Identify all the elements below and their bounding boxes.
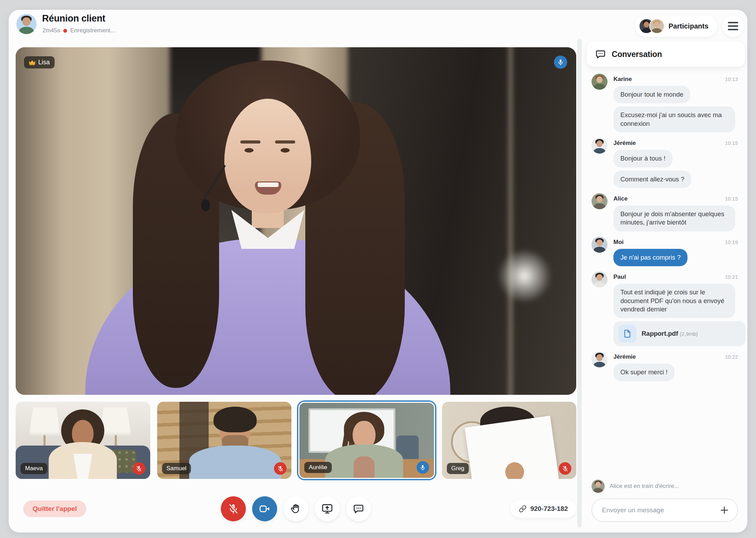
chat-message: Paul10:21 Tout est indiqué je crois sur … bbox=[592, 271, 738, 346]
call-controls: Quitter l'appel bbox=[16, 496, 576, 523]
participants-button[interactable]: Participants bbox=[635, 15, 717, 37]
chat-message: Jérémie10:22 Ok super merci ! bbox=[592, 351, 738, 381]
message-composer bbox=[592, 498, 738, 522]
chat-header: Conversation bbox=[587, 42, 745, 67]
microphone-on-icon bbox=[417, 461, 429, 474]
attachment-size: (2,9mb) bbox=[680, 331, 698, 337]
share-screen-icon bbox=[321, 503, 333, 515]
message-input[interactable] bbox=[601, 506, 718, 514]
video-tile-aurelie-selected[interactable]: Aurélie bbox=[298, 402, 435, 479]
speaker-name: Lisa bbox=[38, 59, 50, 66]
camera-icon bbox=[259, 503, 271, 515]
message-bubble: Bonjour je dois m'absenter quelques minu… bbox=[613, 205, 735, 231]
message-bubble: Tout est indiqué je crois sur le documen… bbox=[613, 284, 735, 318]
meeting-duration: 2m45s bbox=[42, 27, 60, 34]
meeting-host-avatar bbox=[16, 14, 37, 34]
raise-hand-button[interactable] bbox=[283, 496, 308, 521]
message-time: 10:13 bbox=[725, 76, 738, 82]
avatar bbox=[592, 271, 608, 287]
message-author: Jérémie bbox=[613, 353, 636, 360]
chat-bubble-icon bbox=[353, 503, 364, 515]
microphone-muted-icon bbox=[559, 462, 571, 475]
message-bubble: Comment allez-vous ? bbox=[613, 171, 691, 188]
thumbnail-strip: Maeva Samuel Aurélie bbox=[16, 402, 576, 479]
microphone-muted-icon bbox=[228, 503, 239, 514]
message-author: Karine bbox=[613, 76, 632, 83]
meeting-id: 920-723-182 bbox=[530, 505, 568, 513]
typing-text: Alice est en train d'écrire... bbox=[610, 483, 679, 490]
participants-label: Participants bbox=[669, 22, 708, 30]
page-title: Réunion client bbox=[42, 13, 105, 24]
message-author: Alice bbox=[613, 195, 628, 202]
chat-button[interactable] bbox=[346, 496, 371, 521]
plus-icon bbox=[719, 505, 729, 515]
recording-dot-icon bbox=[63, 29, 67, 33]
message-author: Jérémie bbox=[613, 140, 636, 147]
chat-message: Karine10:13 Bonjour tout le monde Excuse… bbox=[592, 74, 738, 132]
avatar bbox=[592, 138, 608, 154]
microphone-muted-icon bbox=[274, 462, 287, 475]
chat-message-self: Moi10:19 Je n'ai pas compris ? bbox=[592, 237, 738, 266]
main-video-feed: Lisa bbox=[16, 47, 576, 395]
message-bubble-self: Je n'ai pas compris ? bbox=[613, 249, 687, 266]
mute-microphone-button[interactable] bbox=[221, 496, 246, 521]
microphone-muted-icon bbox=[133, 462, 145, 475]
file-icon bbox=[618, 325, 636, 343]
message-time: 10:15 bbox=[725, 140, 738, 146]
control-buttons bbox=[221, 496, 371, 521]
tile-name-badge: Samuel bbox=[162, 463, 191, 474]
share-screen-button[interactable] bbox=[315, 496, 340, 521]
meeting-status: 2m45s Enregistrement... bbox=[42, 27, 115, 34]
avatar bbox=[592, 351, 608, 367]
message-bubble: Excusez-moi j'ai un soucis avec ma conne… bbox=[613, 106, 735, 132]
video-tile-greg[interactable]: Greg bbox=[442, 402, 577, 479]
link-icon bbox=[519, 505, 526, 513]
attachment-filename: Rapport.pdf bbox=[642, 330, 678, 337]
speaker-name-badge: Lisa bbox=[24, 56, 55, 68]
tile-name-badge: Greg bbox=[447, 463, 469, 474]
raise-hand-icon bbox=[290, 503, 302, 515]
meeting-id-button[interactable]: 920-723-182 bbox=[510, 500, 576, 518]
hamburger-menu-button[interactable] bbox=[722, 15, 744, 37]
chat-message: Jérémie10:15 Bonjour à tous ! Comment al… bbox=[592, 138, 738, 188]
message-author: Paul bbox=[613, 274, 626, 280]
camera-button[interactable] bbox=[252, 496, 277, 521]
leave-call-button[interactable]: Quitter l'appel bbox=[23, 500, 86, 517]
avatar bbox=[592, 193, 608, 209]
participants-avatars bbox=[639, 18, 665, 34]
message-time: 10:19 bbox=[725, 239, 738, 245]
chat-title: Conversation bbox=[612, 50, 662, 59]
avatar bbox=[592, 237, 608, 253]
message-bubble: Bonjour tout le monde bbox=[613, 86, 690, 103]
attach-button[interactable] bbox=[718, 504, 730, 516]
video-tile-maeva[interactable]: Maeva bbox=[16, 402, 150, 479]
message-bubble: Ok super merci ! bbox=[613, 364, 675, 381]
participant-avatar bbox=[649, 18, 665, 34]
chat-messages: Karine10:13 Bonjour tout le monde Excuse… bbox=[582, 70, 746, 476]
chat-panel: Conversation Karine10:13 Bonjour tout le… bbox=[582, 38, 746, 528]
message-time: 10:21 bbox=[725, 274, 738, 280]
microphone-on-icon bbox=[554, 56, 567, 69]
conversation-icon bbox=[595, 49, 606, 60]
message-time: 10:22 bbox=[725, 354, 738, 360]
tile-name-badge: Aurélie bbox=[304, 462, 332, 473]
video-tile-samuel[interactable]: Samuel bbox=[157, 402, 292, 479]
avatar bbox=[592, 74, 608, 90]
meeting-app: Réunion client 2m45s Enregistrement... P… bbox=[0, 0, 756, 538]
chat-scrollbar[interactable] bbox=[577, 39, 582, 528]
file-attachment[interactable]: Rapport.pdf(2,9mb) bbox=[613, 321, 746, 346]
tile-name-badge: Maeva bbox=[21, 463, 47, 474]
typing-indicator: Alice est en train d'écrire... bbox=[582, 476, 746, 494]
chat-message: Alice10:15 Bonjour je dois m'absenter qu… bbox=[592, 193, 738, 231]
message-author: Moi bbox=[613, 239, 624, 246]
recording-label: Enregistrement... bbox=[70, 27, 115, 34]
message-time: 10:15 bbox=[725, 196, 738, 202]
message-bubble: Bonjour à tous ! bbox=[613, 150, 673, 167]
host-crown-icon bbox=[29, 60, 35, 65]
app-card: Réunion client 2m45s Enregistrement... P… bbox=[9, 10, 747, 532]
avatar bbox=[592, 480, 605, 493]
